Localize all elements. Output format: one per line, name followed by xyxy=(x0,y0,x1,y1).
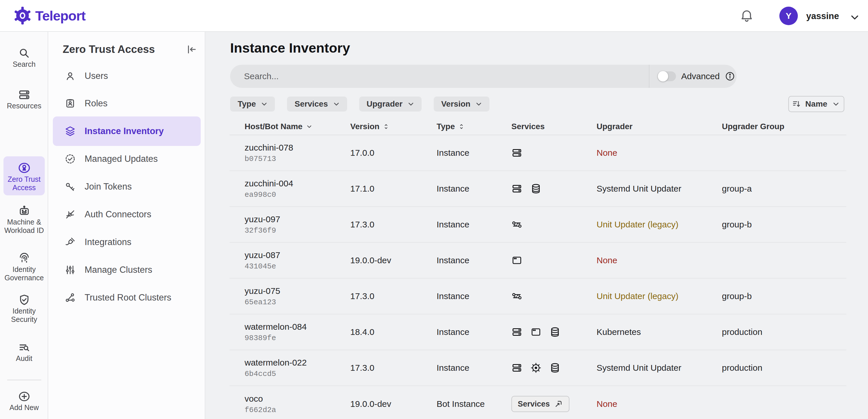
sidebar-item-machine-workload-id[interactable]: Machine & Workload ID xyxy=(0,205,48,235)
table-row[interactable]: voco f662d2a 19.0.0-dev Bot Instance Ser… xyxy=(229,386,846,419)
zero-trust-icon xyxy=(18,161,31,175)
plus-circle-icon xyxy=(18,390,31,403)
primary-sidebar: Search Resources Zero Trust Access Machi… xyxy=(0,32,48,419)
upgrader-value: None xyxy=(596,148,722,158)
upgrader-value: Unit Updater (legacy) xyxy=(596,220,722,230)
plug-icon xyxy=(64,236,76,248)
clock-check-icon xyxy=(64,153,76,165)
upgrader-value: Kubernetes xyxy=(596,327,722,337)
table-row[interactable]: yuzu-087 431045e 19.0.0-dev Instance Non… xyxy=(229,243,846,278)
nav-item-trusted-root-clusters[interactable]: Trusted Root Clusters xyxy=(53,287,201,308)
sidebar-item-identity-security[interactable]: Identity Security xyxy=(0,294,48,324)
sidebar-item-audit[interactable]: Audit xyxy=(0,341,48,363)
nav-item-auth-connectors[interactable]: Auth Connectors xyxy=(53,204,201,225)
column-header-type[interactable]: Type xyxy=(437,122,512,131)
avatar[interactable]: Y xyxy=(779,7,798,25)
brand-name: Teleport xyxy=(35,8,86,24)
main-content: Instance Inventory Advanced Type Service… xyxy=(205,32,868,419)
filter-services-button[interactable]: Services xyxy=(287,96,347,112)
sort-updown-icon xyxy=(382,123,390,130)
nav-panel-title: Zero Trust Access xyxy=(63,43,155,56)
nav-item-integrations[interactable]: Integrations xyxy=(53,232,201,252)
server-service-icon xyxy=(512,362,522,373)
advanced-toggle[interactable] xyxy=(657,71,676,81)
sort-descending-icon xyxy=(792,99,801,109)
nav-item-join-tokens[interactable]: Join Tokens xyxy=(53,176,201,197)
username: yassine xyxy=(806,11,839,21)
table-row[interactable]: yuzu-075 65ea123 17.3.0 Instance Unit Up… xyxy=(229,278,846,315)
top-header: Teleport Y yassine xyxy=(0,0,868,32)
zero-trust-nav-panel: Zero Trust Access Users Roles Instance I… xyxy=(48,32,205,419)
sidebar-item-identity-governance[interactable]: Identity Governance xyxy=(0,252,48,282)
column-header-host-bot-name[interactable]: Host/Bot Name xyxy=(229,122,350,131)
nav-item-manage-clusters[interactable]: Manage Clusters xyxy=(53,260,201,280)
collapse-panel-icon[interactable] xyxy=(186,43,198,56)
sidebar-item-resources[interactable]: Resources xyxy=(0,88,48,110)
upgrader-value: None xyxy=(596,256,722,265)
gear-logo-icon xyxy=(13,6,32,25)
table-row[interactable]: zucchini-004 ea998c0 17.1.0 Instance Sys… xyxy=(229,171,846,207)
server-service-icon xyxy=(512,147,522,158)
sidebar-divider xyxy=(7,380,41,380)
filter-upgrader-button[interactable]: Upgrader xyxy=(359,96,422,112)
chevron-down-icon xyxy=(260,100,269,108)
toggle-knob xyxy=(658,71,668,82)
user-icon xyxy=(64,70,76,82)
chevron-down-icon xyxy=(407,100,415,108)
column-header-upgrader-group: Upgrader Group xyxy=(722,122,846,131)
column-header-upgrader: Upgrader xyxy=(596,122,722,131)
user-menu-chevron-down-icon[interactable] xyxy=(848,11,861,24)
nav-item-instance-inventory[interactable]: Instance Inventory xyxy=(53,116,201,146)
advanced-label: Advanced xyxy=(681,71,720,81)
open-panel-icon xyxy=(554,399,563,409)
table-row[interactable]: watermelon-022 6b4ccd5 17.3.0 Instance S… xyxy=(229,350,846,386)
instance-table: Host/Bot Name Version Type Services Upgr… xyxy=(229,118,846,419)
database-service-icon xyxy=(550,327,560,337)
app-window-service-icon xyxy=(530,327,541,337)
column-header-version[interactable]: Version xyxy=(350,122,437,131)
keys-service-icon xyxy=(512,219,522,230)
filter-version-button[interactable]: Version xyxy=(434,96,490,112)
services-button[interactable]: Services xyxy=(512,396,569,412)
info-icon[interactable] xyxy=(725,71,735,82)
advanced-search-section: Advanced xyxy=(649,65,737,88)
search-input[interactable] xyxy=(230,71,649,81)
sidebar-item-add-new[interactable]: Add New xyxy=(0,390,48,412)
audit-icon xyxy=(18,341,31,354)
filter-bar: Type Services Upgrader Version xyxy=(230,96,490,112)
sort-by-name-button[interactable]: Name xyxy=(788,96,844,112)
upgrader-value: Systemd Unit Updater xyxy=(596,363,722,373)
shield-check-icon xyxy=(18,294,31,306)
table-row[interactable]: watermelon-084 98389fe 18.4.0 Instance K… xyxy=(229,315,846,350)
sidebar-item-zero-trust-access[interactable]: Zero Trust Access xyxy=(3,156,45,195)
key-icon xyxy=(64,181,76,192)
nav-item-users[interactable]: Users xyxy=(53,66,201,86)
sort-updown-icon xyxy=(458,123,465,130)
column-header-services: Services xyxy=(512,122,596,131)
chevron-down-icon xyxy=(306,123,313,130)
server-service-icon xyxy=(512,183,522,194)
teleport-logo[interactable]: Teleport xyxy=(13,6,86,25)
auth-connector-icon xyxy=(64,209,76,220)
layers-icon xyxy=(64,125,76,137)
server-service-icon xyxy=(512,327,522,337)
chevron-down-icon xyxy=(332,100,341,108)
app-window-service-icon xyxy=(512,255,522,266)
table-row[interactable]: zucchini-078 b075713 17.0.0 Instance Non… xyxy=(229,135,846,171)
search-icon xyxy=(18,47,31,60)
notifications-bell-icon[interactable] xyxy=(739,8,754,23)
upgrader-value: None xyxy=(596,399,722,409)
nav-item-roles[interactable]: Roles xyxy=(53,93,201,114)
robot-icon xyxy=(18,205,31,217)
table-row[interactable]: yuzu-097 32f36f9 17.3.0 Instance Unit Up… xyxy=(229,207,846,243)
keys-service-icon xyxy=(512,291,522,302)
filter-type-button[interactable]: Type xyxy=(230,96,275,112)
servers-icon xyxy=(18,88,31,101)
page-title: Instance Inventory xyxy=(230,40,350,56)
nav-item-managed-updates[interactable]: Managed Updates xyxy=(53,149,201,169)
upgrader-value: Systemd Unit Updater xyxy=(596,184,722,193)
sidebar-item-search[interactable]: Search xyxy=(0,47,48,68)
search-bar xyxy=(230,65,649,88)
fingerprint-icon xyxy=(18,252,31,265)
database-service-icon xyxy=(550,362,560,373)
